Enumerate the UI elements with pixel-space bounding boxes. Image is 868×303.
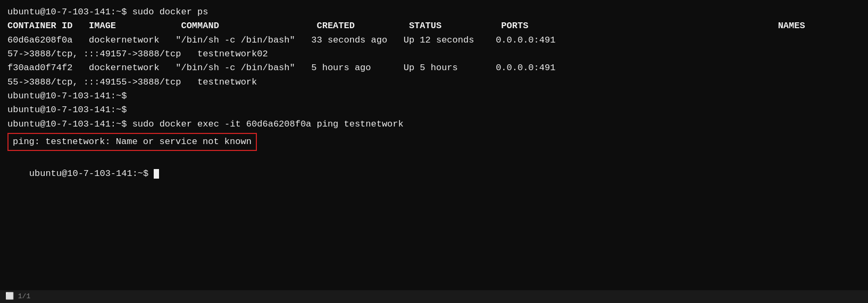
prev-command-line: ubuntu@10-7-103-141:~$ sudo docker ps bbox=[7, 5, 861, 19]
empty-prompt-2: ubuntu@10-7-103-141:~$ bbox=[7, 103, 861, 117]
final-prompt-text: ubuntu@10-7-103-141:~$ bbox=[29, 169, 154, 179]
terminal-window: ubuntu@10-7-103-141:~$ sudo docker ps CO… bbox=[7, 5, 861, 195]
exec-command-line: ubuntu@10-7-103-141:~$ sudo docker exec … bbox=[7, 117, 861, 131]
docker-ps-header: CONTAINER ID IMAGE COMMAND CREATED STATU… bbox=[7, 19, 861, 33]
status-bar: ⬜ 1/1 bbox=[0, 290, 868, 303]
container1-main-line: 60d6a6208f0a dockernetwork "/bin/sh -c /… bbox=[7, 33, 861, 47]
bottom-label: ⬜ 1/1 bbox=[5, 291, 30, 302]
container1-ports-line: 57->3888/tcp, :::49157->3888/tcp testnet… bbox=[7, 47, 861, 61]
empty-prompt-1: ubuntu@10-7-103-141:~$ bbox=[7, 89, 861, 103]
cursor-block bbox=[154, 169, 159, 179]
container2-main-line: f30aad0f74f2 dockernetwork "/bin/sh -c /… bbox=[7, 61, 861, 75]
error-message-box: ping: testnetwork: Name or service not k… bbox=[7, 133, 257, 151]
container2-ports-line: 55->3888/tcp, :::49155->3888/tcp testnet… bbox=[7, 75, 861, 89]
final-prompt-line: ubuntu@10-7-103-141:~$ bbox=[7, 153, 861, 195]
